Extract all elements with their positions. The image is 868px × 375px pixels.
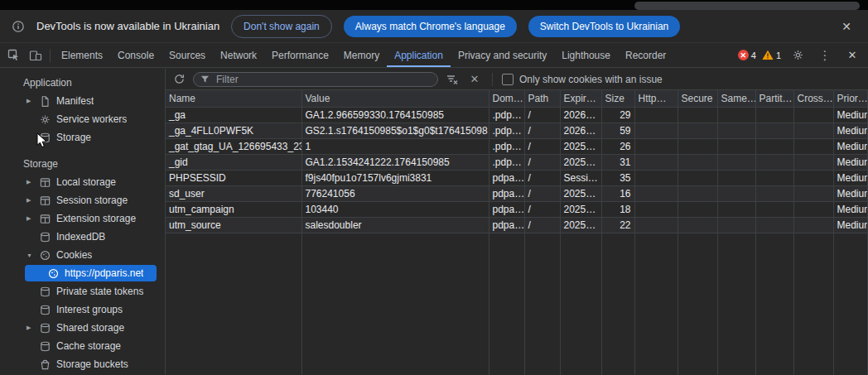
cookie-cell[interactable]: /: [524, 185, 560, 201]
cookie-cell[interactable]: utm_campaign: [166, 201, 301, 217]
cookie-cell[interactable]: pdpa…: [489, 170, 524, 185]
cookie-cell[interactable]: [678, 185, 717, 201]
cookie-cell[interactable]: [634, 201, 678, 217]
devtools-close-icon[interactable]: ✕: [841, 45, 863, 66]
infobar-close-icon[interactable]: ✕: [837, 19, 856, 34]
sidebar-item-cookies-pdparis[interactable]: https://pdparis.net: [25, 265, 157, 281]
cookie-cell[interactable]: [717, 201, 755, 217]
cookie-cell[interactable]: [755, 170, 793, 185]
cookie-cell[interactable]: _ga: [166, 107, 301, 123]
cookie-cell[interactable]: [793, 154, 833, 170]
warning-count-badge[interactable]: 1: [762, 50, 781, 60]
cookie-cell[interactable]: [678, 201, 717, 217]
cookie-cell[interactable]: 2026…: [560, 107, 601, 123]
cookie-cell[interactable]: [634, 138, 678, 154]
column-header-expires[interactable]: Expir…: [560, 90, 601, 107]
cookie-cell[interactable]: [793, 217, 833, 233]
cookie-cell[interactable]: /: [524, 138, 560, 154]
cookie-cell[interactable]: Medium: [833, 170, 867, 185]
tab-privacy-and-security[interactable]: Privacy and security: [451, 43, 554, 67]
cookie-cell[interactable]: 776241056: [301, 185, 489, 201]
cookie-cell[interactable]: [717, 170, 755, 185]
cookie-cell[interactable]: 2025…: [560, 138, 601, 154]
chevron-right-icon[interactable]: ▶: [27, 179, 38, 185]
sidebar-item-storage-buckets[interactable]: Storage buckets: [0, 355, 165, 373]
sidebar-item-storage[interactable]: Storage: [0, 128, 165, 147]
kebab-menu-icon[interactable]: ⋮: [814, 45, 836, 66]
cookie-cell[interactable]: Medium: [833, 185, 867, 201]
cookie-cell[interactable]: 2025…: [560, 185, 601, 201]
column-header-samesite[interactable]: Same…: [717, 90, 755, 107]
clear-filter-icon[interactable]: [444, 71, 461, 88]
column-header-path[interactable]: Path: [524, 90, 560, 107]
cookie-cell[interactable]: [634, 107, 678, 123]
chevron-right-icon[interactable]: ▶: [27, 98, 38, 104]
cookie-cell[interactable]: 59: [601, 123, 634, 138]
cookie-row[interactable]: PHPSESSIDf9js40fpu1o7157lv6gjmi3831pdpa……: [166, 170, 867, 185]
cookie-row[interactable]: _gat_gtag_UA_126695433_231.pdp…/2025…26M…: [166, 138, 867, 154]
cookie-cell[interactable]: [634, 154, 678, 170]
cookie-cell[interactable]: sd_user: [166, 185, 301, 201]
cookie-cell[interactable]: 2026…: [560, 123, 601, 138]
cookie-cell[interactable]: [678, 138, 717, 154]
sidebar-item-private-state-tokens[interactable]: Private state tokens: [0, 282, 165, 300]
cookie-cell[interactable]: [678, 170, 717, 185]
cookie-cell[interactable]: Medium: [833, 123, 867, 138]
filter-input[interactable]: [215, 73, 432, 86]
cookie-cell[interactable]: pdpa…: [489, 185, 524, 201]
cookie-row[interactable]: utm_sourcesalesdoublerpdpa…/2025…22Mediu…: [166, 217, 867, 233]
cookie-cell[interactable]: utm_source: [166, 217, 301, 233]
cookie-cell[interactable]: _ga_4FLL0PWF5K: [166, 123, 301, 138]
refresh-icon[interactable]: [171, 71, 187, 88]
column-header-priority[interactable]: Prior…: [833, 90, 867, 107]
cookie-cell[interactable]: [717, 217, 755, 233]
cookie-cell[interactable]: GA1.2.966599330.1764150985: [301, 107, 489, 123]
chevron-right-icon[interactable]: ▶: [27, 215, 38, 222]
cookie-cell[interactable]: [717, 185, 755, 201]
cookie-row[interactable]: _ga_4FLL0PWF5KGS2.1.s1764150985$o1$g0$t1…: [166, 123, 867, 138]
cookie-cell[interactable]: [678, 217, 717, 233]
cookie-filter-box[interactable]: [193, 72, 438, 87]
cookie-cell[interactable]: [793, 138, 833, 154]
sidebar-item-service-workers[interactable]: Service workers: [0, 110, 165, 128]
cookie-cell[interactable]: Sessi…: [560, 170, 601, 185]
cookie-cell[interactable]: [717, 154, 755, 170]
cookie-cell[interactable]: [755, 138, 793, 154]
cookie-cell[interactable]: [755, 154, 793, 170]
cookie-cell[interactable]: [793, 123, 833, 138]
tab-lighthouse[interactable]: Lighthouse: [554, 43, 618, 67]
sidebar-item-shared-storage[interactable]: ▶ Shared storage: [0, 319, 165, 337]
dont-show-again-button[interactable]: Don't show again: [231, 15, 332, 38]
cookie-cell[interactable]: [793, 185, 833, 201]
chevron-right-icon[interactable]: ▶: [27, 325, 38, 331]
cookie-cell[interactable]: PHPSESSID: [166, 170, 301, 185]
cookie-cell[interactable]: GS2.1.s1764150985$o1$g0$t176415098…: [301, 123, 489, 138]
error-count-badge[interactable]: ✕ 4: [738, 50, 756, 60]
column-header-name[interactable]: Name: [166, 90, 301, 107]
cookie-row[interactable]: _gidGA1.2.1534241222.1764150985.pdp…/202…: [166, 154, 867, 170]
cookie-cell[interactable]: Medium: [833, 154, 867, 170]
cookie-cell[interactable]: Medium: [833, 201, 867, 217]
cookie-cell[interactable]: GA1.2.1534241222.1764150985: [301, 154, 489, 170]
cookie-cell[interactable]: [755, 123, 793, 138]
cookie-cell[interactable]: /: [524, 201, 560, 217]
issues-only-checkbox[interactable]: [502, 74, 514, 85]
cookie-cell[interactable]: [634, 170, 678, 185]
cookie-row[interactable]: utm_campaign103440pdpa…/2025…18Medium: [166, 201, 867, 217]
cookie-cell[interactable]: [793, 170, 833, 185]
cookie-cell[interactable]: _gid: [166, 154, 301, 170]
tab-console[interactable]: Console: [110, 43, 162, 67]
cookie-cell[interactable]: /: [524, 170, 560, 185]
cookie-cell[interactable]: /: [524, 107, 560, 123]
cookie-cell[interactable]: [634, 123, 678, 138]
device-toolbar-icon[interactable]: [25, 45, 46, 66]
cookie-cell[interactable]: /: [524, 154, 560, 170]
column-header-httponly[interactable]: Http…: [634, 90, 678, 107]
cookie-cell[interactable]: [755, 107, 793, 123]
cookie-cell[interactable]: 103440: [301, 201, 489, 217]
cookie-cell[interactable]: .pdp…: [489, 154, 524, 170]
cookie-row[interactable]: sd_user776241056pdpa…/2025…16Medium: [166, 185, 867, 201]
cookie-cell[interactable]: 2025…: [560, 217, 601, 233]
sidebar-item-manifest[interactable]: ▶ Manifest: [0, 92, 165, 110]
cookie-cell[interactable]: [755, 185, 793, 201]
